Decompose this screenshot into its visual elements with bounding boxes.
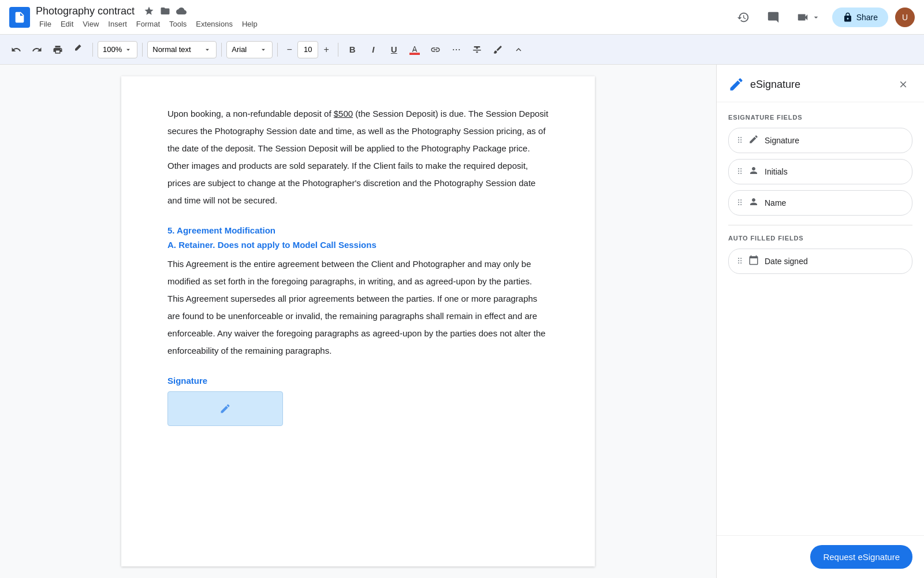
strikethrough-button[interactable] [468, 40, 486, 59]
share-label: Share [856, 13, 878, 22]
paint-format-button[interactable] [69, 40, 88, 59]
initials-field-label: Initials [765, 167, 788, 176]
esig-title: eSignature [750, 79, 894, 91]
initials-field[interactable]: ⠿ Initials [728, 159, 912, 184]
section5-heading: 5. Agreement Modification [167, 225, 549, 235]
menu-help[interactable]: Help [239, 18, 261, 29]
doc-page: Upon booking, a non-refundable deposit o… [121, 76, 595, 566]
menu-view[interactable]: View [79, 18, 102, 29]
close-button[interactable] [894, 75, 912, 94]
share-button[interactable]: Share [832, 8, 888, 27]
main-layout: Upon booking, a non-refundable deposit o… [0, 65, 924, 578]
style-value: Normal text [152, 45, 191, 54]
redo-button[interactable] [28, 40, 46, 59]
link-button[interactable] [426, 40, 445, 59]
more-options-button[interactable]: ··· [447, 40, 465, 59]
italic-button[interactable]: I [364, 40, 382, 59]
comments-button[interactable] [762, 6, 785, 29]
esig-header: eSignature [717, 65, 924, 102]
zoom-control[interactable]: 100% [98, 41, 137, 58]
esig-header-icon [728, 76, 744, 92]
signature-field[interactable]: ⠿ Signature [728, 128, 912, 153]
name-field[interactable]: ⠿ Name [728, 190, 912, 216]
auto-fields-section-label: AUTO FILLED FIELDS [728, 235, 912, 242]
menu-file[interactable]: File [36, 18, 55, 29]
decrease-font-button[interactable]: − [282, 43, 296, 57]
toolbar-separator-3 [221, 43, 222, 57]
history-button[interactable] [732, 6, 755, 29]
drag-handle-initials[interactable]: ⠿ [737, 167, 743, 176]
drag-handle-date[interactable]: ⠿ [737, 257, 743, 266]
body-paragraph-1: Upon booking, a non-refundable deposit o… [167, 105, 549, 209]
section5a-heading: A. Retainer. Does not apply to Model Cal… [167, 240, 549, 250]
title-icons [144, 6, 187, 16]
signature-field-label: Signature [765, 136, 799, 145]
doc-title: Photography contract [36, 5, 135, 17]
title-info: Photography contract File Edit View Inse… [36, 5, 261, 29]
text-color-button[interactable] [405, 40, 424, 59]
esig-fields-section-label: ESIGNATURE FIELDS [728, 114, 912, 121]
drag-handle-name[interactable]: ⠿ [737, 198, 743, 208]
doc-area: Upon booking, a non-refundable deposit o… [0, 65, 716, 578]
menu-format[interactable]: Format [133, 18, 163, 29]
signature-label: Signature [167, 376, 549, 386]
underline-button[interactable]: U [385, 40, 403, 59]
menu-insert[interactable]: Insert [105, 18, 131, 29]
calendar-icon [748, 255, 759, 268]
esig-divider [728, 225, 912, 225]
person-icon-initials [748, 165, 759, 178]
esig-footer: Request eSignature [717, 535, 924, 578]
folder-icon[interactable] [160, 6, 170, 16]
name-field-label: Name [765, 198, 786, 208]
increase-font-button[interactable]: + [319, 43, 333, 57]
undo-button[interactable] [7, 40, 25, 59]
bold-button[interactable]: B [343, 40, 362, 59]
print-button[interactable] [49, 40, 67, 59]
menu-extensions[interactable]: Extensions [192, 18, 236, 29]
date-signed-label: Date signed [765, 257, 808, 266]
svg-rect-0 [409, 53, 420, 55]
toolbar-separator-2 [142, 43, 143, 57]
esignature-panel: eSignature ESIGNATURE FIELDS ⠿ Signature… [716, 65, 924, 578]
style-dropdown[interactable]: Normal text [147, 41, 217, 58]
menu-tools[interactable]: Tools [166, 18, 190, 29]
cloud-icon[interactable] [176, 6, 187, 16]
font-value: Arial [232, 45, 247, 54]
font-size-input[interactable] [297, 41, 318, 58]
toolbar-separator-4 [277, 43, 278, 57]
pen-icon [748, 134, 759, 147]
esig-body: ESIGNATURE FIELDS ⠿ Signature ⠿ Initials… [717, 102, 924, 535]
body-paragraph-2: This Agreement is the entire agreement b… [167, 255, 549, 360]
toolbar-separator-1 [92, 43, 93, 57]
doc-menu: File Edit View Insert Format Tools Exten… [36, 18, 261, 29]
docs-logo [9, 7, 30, 28]
highlight-button[interactable] [489, 40, 507, 59]
drag-handle-signature[interactable]: ⠿ [737, 136, 743, 145]
toolbar-separator-5 [338, 43, 338, 57]
title-right: Share U [732, 6, 915, 29]
person-icon-name [748, 197, 759, 209]
toolbar: 100% Normal text Arial − + B I U ··· [0, 35, 924, 65]
request-esignature-button[interactable]: Request eSignature [810, 545, 912, 569]
signature-box[interactable] [167, 391, 283, 426]
font-size-control: − + [282, 41, 333, 58]
zoom-value: 100% [103, 45, 122, 54]
font-dropdown[interactable]: Arial [226, 41, 273, 58]
avatar[interactable]: U [895, 8, 915, 27]
title-bar: Photography contract File Edit View Inse… [0, 0, 924, 35]
star-icon[interactable] [144, 6, 154, 16]
menu-edit[interactable]: Edit [57, 18, 77, 29]
meet-button[interactable] [792, 6, 825, 29]
date-signed-field[interactable]: ⠿ Date signed [728, 249, 912, 274]
chevron-up-button[interactable] [509, 40, 528, 59]
